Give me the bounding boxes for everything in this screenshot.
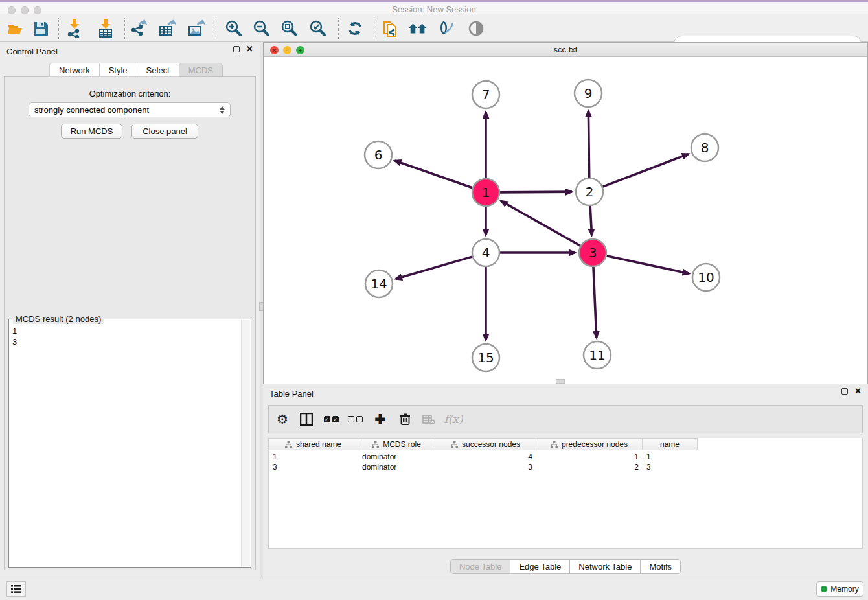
list-icon (11, 584, 21, 594)
svg-text:14: 14 (371, 276, 387, 292)
graph-node-15[interactable]: 15 (472, 344, 499, 371)
graph-node-6[interactable]: 6 (365, 141, 392, 168)
graph-node-1[interactable]: 1 (472, 179, 499, 206)
table-cell[interactable]: 1 (269, 452, 358, 462)
svg-text:10: 10 (698, 270, 714, 285)
graph-node-14[interactable]: 14 (365, 270, 393, 297)
close-panel-icon[interactable]: ✕ (246, 46, 253, 52)
zoom-selected-icon[interactable] (308, 19, 327, 38)
graph-node-7[interactable]: 7 (472, 81, 499, 108)
save-session-icon[interactable] (31, 19, 51, 38)
table-panel-header: Table Panel ✕ (263, 384, 868, 402)
table-cell[interactable]: 3 (643, 462, 698, 472)
optimization-criterion-label: Optimization criterion: (0, 89, 260, 98)
table-cell[interactable]: 3 (435, 462, 536, 472)
table-row[interactable]: 1dominator411 (269, 452, 698, 462)
column-header-successor-nodes[interactable]: successor nodes (435, 439, 536, 450)
column-header-MCDS-role[interactable]: MCDS role (358, 439, 435, 450)
delete-column-icon[interactable] (396, 411, 414, 427)
mcds-result-list[interactable]: 13 (10, 324, 240, 565)
graph-edge-1-6[interactable] (394, 161, 472, 188)
graph-edge-3-10[interactable] (606, 256, 689, 274)
float-table-panel-icon[interactable] (841, 388, 848, 395)
graph-node-2[interactable]: 2 (576, 178, 603, 205)
close-panel-button[interactable]: Close panel (131, 124, 198, 139)
home-layout-icon[interactable] (408, 19, 428, 38)
svg-text:6: 6 (374, 147, 383, 163)
graph-node-11[interactable]: 11 (584, 341, 611, 369)
control-panel-title: Control Panel (6, 47, 58, 56)
node-table-header: shared nameMCDS rolesuccessor nodesprede… (269, 438, 698, 450)
tab-select[interactable]: Select (137, 63, 179, 77)
zoom-out-icon[interactable] (251, 19, 271, 38)
tab-mcds[interactable]: MCDS (179, 63, 223, 77)
open-session-icon[interactable] (5, 19, 25, 38)
graph-edge-4-14[interactable] (396, 257, 472, 279)
copy-network-icon[interactable] (381, 19, 400, 38)
criterion-select[interactable]: strongly connected component (29, 102, 231, 117)
column-header-name[interactable]: name (643, 439, 698, 450)
zoom-fit-icon[interactable] (279, 19, 299, 38)
tab-edge-table[interactable]: Edge Table (510, 559, 569, 574)
mcds-result-item[interactable]: 1 (12, 325, 238, 336)
graph-edge-2-8[interactable] (603, 154, 689, 187)
close-table-panel-icon[interactable]: ✕ (854, 388, 862, 395)
network-graph-canvas[interactable]: 7968124314101511 (264, 57, 867, 384)
add-column-icon[interactable]: ✚ (371, 411, 389, 427)
table-cell[interactable]: 3 (269, 462, 358, 472)
birdseye-view-icon[interactable] (466, 19, 486, 38)
network-divider-handle[interactable] (556, 379, 565, 384)
graph-node-8[interactable]: 8 (691, 134, 718, 161)
graph-edge-3-11[interactable] (593, 267, 597, 338)
float-panel-icon[interactable] (233, 46, 240, 52)
table-cell[interactable]: 1 (643, 452, 698, 462)
import-table-icon[interactable] (96, 19, 115, 38)
table-cell[interactable]: dominator (358, 452, 435, 462)
graph-edge-2-9[interactable] (588, 111, 589, 178)
tab-node-table[interactable]: Node Table (450, 559, 510, 574)
annotations-icon[interactable] (438, 19, 457, 38)
column-header-predecessor-nodes[interactable]: predecessor nodes (536, 439, 643, 450)
zoom-in-icon[interactable] (223, 19, 243, 38)
task-history-button[interactable] (6, 581, 26, 597)
svg-text:3: 3 (589, 245, 597, 260)
export-network-icon[interactable] (130, 19, 149, 38)
graph-edge-1-2[interactable] (500, 192, 572, 192)
settings-gear-icon[interactable]: ⚙ (273, 411, 291, 427)
column-view-icon[interactable] (297, 411, 315, 427)
tab-network[interactable]: Network (49, 63, 99, 77)
table-cell[interactable]: 4 (435, 452, 536, 462)
tab-motifs[interactable]: Motifs (640, 559, 681, 574)
mcds-result-item[interactable]: 3 (12, 336, 238, 347)
graph-node-4[interactable]: 4 (472, 239, 499, 266)
table-cell[interactable]: 2 (536, 462, 643, 472)
refresh-icon[interactable] (345, 19, 365, 38)
control-panel-header: Control Panel ✕ (0, 42, 260, 60)
export-table-icon[interactable] (157, 19, 177, 38)
memory-button[interactable]: Memory (816, 581, 863, 597)
run-mcds-button[interactable]: Run MCDS (61, 124, 122, 139)
graph-node-10[interactable]: 10 (692, 264, 720, 291)
export-image-icon[interactable] (187, 19, 206, 38)
table-row[interactable]: 3dominator323 (269, 462, 698, 472)
graph-edge-3-1[interactable] (501, 201, 580, 246)
tab-style[interactable]: Style (99, 63, 137, 77)
deselect-all-icon[interactable] (346, 411, 364, 427)
memory-label: Memory (830, 584, 858, 594)
import-network-icon[interactable] (65, 19, 84, 38)
column-header-shared-name[interactable]: shared name (269, 439, 358, 450)
toolbar-separator (58, 18, 59, 39)
table-cell[interactable]: 1 (536, 452, 643, 462)
select-all-icon[interactable]: ✓✓ (322, 411, 340, 427)
table-panel-title: Table Panel (269, 389, 314, 398)
select-chevrons-icon (220, 106, 225, 114)
graph-node-3[interactable]: 3 (579, 239, 606, 266)
svg-text:11: 11 (589, 347, 605, 363)
graph-edge-2-3[interactable] (590, 206, 591, 235)
svg-text:1: 1 (482, 185, 490, 200)
table-cell[interactable]: dominator (358, 462, 435, 472)
tree-icon (551, 441, 558, 448)
mcds-result-scrollbar[interactable] (241, 320, 250, 566)
graph-node-9[interactable]: 9 (575, 80, 602, 107)
tab-network-table[interactable]: Network Table (569, 559, 640, 574)
